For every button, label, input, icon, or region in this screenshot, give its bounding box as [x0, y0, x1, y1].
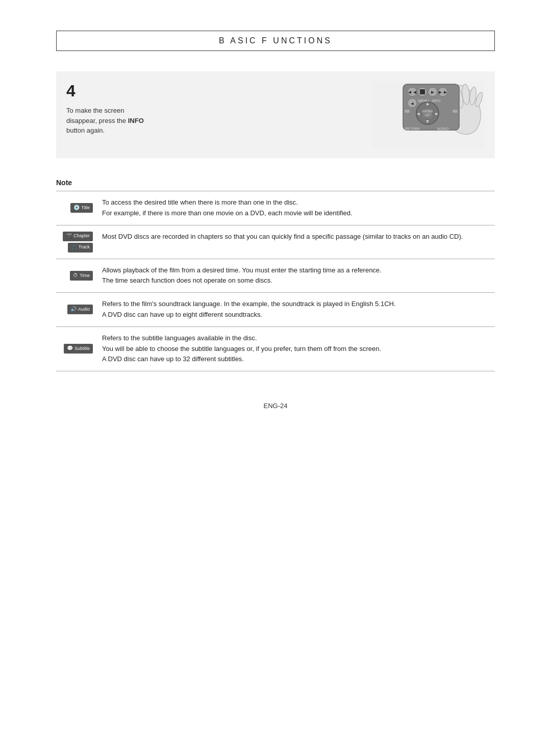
note-label: Note	[56, 179, 495, 187]
step-image: ◄◄ ► ►► ◄ MENU INFO	[372, 82, 485, 148]
badge-cell-audio: 🔊 Audio	[56, 293, 97, 327]
badge-cell-time: ⏱ Time	[56, 259, 97, 293]
svg-rect-29	[453, 110, 458, 113]
time-badge: ⏱ Time	[70, 271, 93, 281]
step-section: 4 To make the screen disappear, press th…	[56, 71, 495, 158]
svg-text:INFO: INFO	[432, 99, 441, 103]
subtitle-badge-label: Subtitle	[74, 345, 90, 352]
track-badge-label: Track	[79, 243, 90, 250]
svg-text:◄: ◄	[416, 111, 421, 116]
disc-icon: 💿	[73, 204, 80, 212]
track-badge: 🎵 Track	[68, 243, 93, 253]
table-row: 💬 Subtitle Refers to the subtitle langua…	[56, 326, 495, 371]
step-left: 4 To make the screen disappear, press th…	[66, 82, 357, 136]
table-row: 🔊 Audio Refers to the film's soundtrack …	[56, 293, 495, 327]
text-cell-title: To access the desired title when there i…	[97, 191, 495, 225]
table-row: ⏱ Time Allows playback of the film from …	[56, 259, 495, 293]
chapter-badge-label: Chapter	[73, 232, 90, 239]
chapter-badge: 🎬 Chapter	[63, 232, 93, 241]
svg-text:▼: ▼	[425, 119, 430, 124]
svg-text:►: ►	[430, 89, 435, 95]
subtitle-badge: 💬 Subtitle	[64, 344, 93, 354]
title-badge: 💿 Title	[70, 203, 93, 213]
svg-text:AUDIO: AUDIO	[437, 127, 449, 131]
chapter-icon: 🎬	[66, 232, 72, 240]
time-badge-label: Time	[80, 272, 90, 279]
badge-container-audio: 🔊 Audio	[61, 305, 93, 314]
audio-badge-label: Audio	[78, 306, 90, 313]
page-number: ENG-24	[56, 402, 495, 410]
svg-text:▲: ▲	[425, 101, 430, 106]
remote-control-svg: ◄◄ ► ►► ◄ MENU INFO	[372, 82, 485, 148]
table-row: 🎬 Chapter 🎵 Track Most DVD discs are rec…	[56, 225, 495, 259]
audio-badge: 🔊 Audio	[67, 305, 93, 314]
badge-container-subtitle: 💬 Subtitle	[61, 344, 93, 354]
svg-text:►►: ►►	[438, 89, 448, 95]
svg-rect-10	[420, 89, 425, 94]
step-number: 4	[66, 82, 357, 100]
table-row: 💿 Title To access the desired title when…	[56, 191, 495, 225]
step-text-line3: button again.	[66, 127, 105, 134]
text-cell-chapter: Most DVD discs are recorded in chapters …	[97, 225, 495, 259]
text-cell-subtitle: Refers to the subtitle languages availab…	[97, 326, 495, 371]
track-icon: 🎵	[71, 243, 77, 251]
note-section: Note 💿 Title To access the desired title…	[56, 179, 495, 371]
audio-icon: 🔊	[70, 305, 77, 313]
step-text-bold: INFO	[128, 117, 144, 124]
badge-container-chapter: 🎬 Chapter 🎵 Track	[61, 232, 93, 253]
subtitle-icon: 💬	[67, 344, 73, 352]
step-text: To make the screen disappear, press the …	[66, 106, 357, 136]
badge-cell-subtitle: 💬 Subtitle	[56, 326, 97, 371]
text-cell-audio: Refers to the film's soundtrack language…	[97, 293, 495, 327]
svg-text:RETURN: RETURN	[405, 127, 419, 131]
svg-text:↩: ↩	[426, 113, 430, 117]
badge-cell-title: 💿 Title	[56, 191, 97, 225]
step-text-line1: To make the screen	[66, 107, 124, 114]
time-icon: ⏱	[73, 271, 78, 280]
svg-text:◄◄: ◄◄	[407, 89, 417, 95]
title-badge-label: Title	[81, 204, 90, 211]
step-text-line2: disappear, press the	[66, 117, 128, 124]
svg-text:►: ►	[435, 111, 439, 116]
badge-container-title: 💿 Title	[61, 203, 93, 213]
page-title-box: B ASIC F UNCTIONS	[56, 31, 495, 51]
text-cell-time: Allows playback of the film from a desir…	[97, 259, 495, 293]
note-table: 💿 Title To access the desired title when…	[56, 191, 495, 371]
badge-container-time: ⏱ Time	[61, 271, 93, 281]
svg-text:◄: ◄	[410, 101, 415, 106]
page-title: B ASIC F UNCTIONS	[219, 36, 332, 45]
badge-cell-chapter: 🎬 Chapter 🎵 Track	[56, 225, 97, 259]
svg-rect-28	[405, 110, 410, 113]
